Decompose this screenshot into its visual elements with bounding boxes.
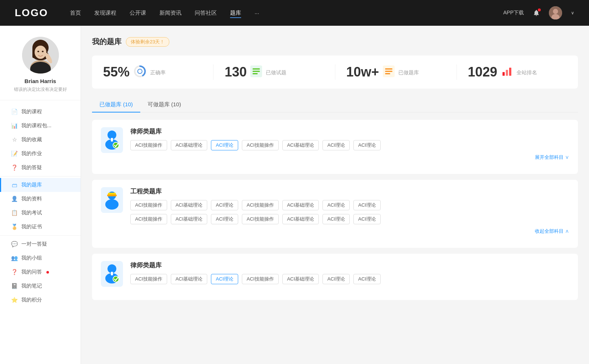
tab-done[interactable]: 已做题库 (10) xyxy=(92,97,140,113)
sidebar-item-tutor[interactable]: 💬 一对一答疑 xyxy=(0,237,81,251)
sidebar-item-group[interactable]: 👥 我的小组 xyxy=(0,251,81,265)
myqa-icon: ❓ xyxy=(11,269,18,275)
svg-rect-18 xyxy=(253,68,260,69)
sidebar-item-myqa[interactable]: ❓ 我的问答 xyxy=(0,265,81,279)
user-avatar[interactable] xyxy=(549,6,562,19)
done-banks-value: 10w+ xyxy=(346,64,379,80)
tag-2b-1[interactable]: ACI基础理论 xyxy=(171,214,208,224)
sidebar-item-label: 我的考试 xyxy=(21,210,42,216)
sidebar-item-label: 我的课程 xyxy=(21,108,42,115)
homework-icon: 📝 xyxy=(11,150,18,157)
tag-2-2[interactable]: ACI理论 xyxy=(211,200,238,210)
svg-rect-19 xyxy=(253,71,260,72)
svg-point-9 xyxy=(35,46,46,59)
sidebar-item-packages[interactable]: 📊 我的课程包... xyxy=(0,119,81,133)
svg-rect-30 xyxy=(111,138,113,142)
sidebar-item-points[interactable]: ⭐ 我的积分 xyxy=(0,293,81,307)
sidebar-item-label: 我的问答 xyxy=(21,269,42,275)
divider-2 xyxy=(0,235,81,236)
nav-opencourse[interactable]: 公开课 xyxy=(130,8,146,18)
sidebar-menu: 📄 我的课程 📊 我的课程包... ☆ 我的收藏 📝 我的作业 ❓ 我的答疑 � xyxy=(0,100,81,311)
tab-available[interactable]: 可做题库 (10) xyxy=(140,97,188,113)
package-icon: 📊 xyxy=(11,122,18,129)
tags-row-3: ACI技能操作 ACI基础理论 ACI理论 ACI技能操作 ACI基础理论 AC… xyxy=(130,274,569,284)
navbar-right: APP下载 ∨ xyxy=(503,6,574,19)
cert-icon: 🏅 xyxy=(11,224,18,230)
nav-more[interactable]: ··· xyxy=(254,8,259,18)
nav-home[interactable]: 首页 xyxy=(70,8,81,18)
tag-3-2[interactable]: ACI理论 xyxy=(211,274,238,284)
tabs: 已做题库 (10) 可做题库 (10) xyxy=(92,97,578,113)
tag-2b-5[interactable]: ACI理论 xyxy=(322,214,350,224)
bar-chart-icon xyxy=(501,65,513,79)
tag-2-5[interactable]: ACI理论 xyxy=(322,200,350,210)
sidebar-item-exam[interactable]: 📋 我的考试 xyxy=(0,206,81,220)
svg-point-1 xyxy=(553,9,558,14)
tag-3-3[interactable]: ACI技能操作 xyxy=(242,274,279,284)
sidebar-item-courses[interactable]: 📄 我的课程 xyxy=(0,105,81,119)
collapse-link-2[interactable]: 收起全部科目 ∧ xyxy=(130,228,569,235)
notification-bell[interactable] xyxy=(531,8,542,18)
tag-1-0[interactable]: ACI技能操作 xyxy=(130,140,167,150)
done-questions-label: 已做试题 xyxy=(266,69,286,76)
expand-link-1[interactable]: 展开全部科目 ∨ xyxy=(130,154,569,161)
tag-1-3[interactable]: ACI技能操作 xyxy=(242,140,279,150)
tag-3-4[interactable]: ACI基础理论 xyxy=(282,274,319,284)
tag-2-0[interactable]: ACI技能操作 xyxy=(130,200,167,210)
user-menu-chevron[interactable]: ∨ xyxy=(571,10,574,15)
stat-rank: 1029 全站排名 xyxy=(457,64,578,80)
svg-rect-23 xyxy=(385,71,392,72)
tag-1-1[interactable]: ACI基础理论 xyxy=(171,140,208,150)
done-questions-value: 130 xyxy=(225,64,247,80)
tag-3-1[interactable]: ACI基础理论 xyxy=(171,274,208,284)
svg-rect-24 xyxy=(385,73,390,74)
sidebar-item-notes[interactable]: 📓 我的笔记 xyxy=(0,279,81,293)
tag-1-5[interactable]: ACI理论 xyxy=(322,140,350,150)
tag-2b-4[interactable]: ACI基础理论 xyxy=(282,214,319,224)
tag-2-3[interactable]: ACI技能操作 xyxy=(242,200,279,210)
sidebar-item-cert[interactable]: 🏅 我的证书 xyxy=(0,220,81,234)
nav-qa[interactable]: 问答社区 xyxy=(195,8,217,18)
tag-2b-2[interactable]: ACI理论 xyxy=(211,214,238,224)
tag-2b-6[interactable]: ACI理论 xyxy=(353,214,381,224)
done-banks-label: 已做题库 xyxy=(398,69,419,76)
svg-rect-26 xyxy=(506,70,508,76)
svg-point-33 xyxy=(105,199,119,210)
sidebar-item-profile[interactable]: 👤 我的资料 xyxy=(0,192,81,206)
qbank-card-3: 律师类题库 ACI技能操作 ACI基础理论 ACI理论 ACI技能操作 ACI基… xyxy=(92,254,578,300)
notes-icon: 📓 xyxy=(11,283,18,289)
svg-point-31 xyxy=(113,142,119,148)
tag-1-2[interactable]: ACI理论 xyxy=(211,140,238,150)
sidebar-item-label: 我的积分 xyxy=(21,297,42,303)
app-download[interactable]: APP下载 xyxy=(503,10,524,16)
tag-2b-0[interactable]: ACI技能操作 xyxy=(130,214,167,224)
qbank-info-2: 工程类题库 ACI技能操作 ACI基础理论 ACI理论 ACI技能操作 ACI基… xyxy=(130,187,569,235)
svg-rect-25 xyxy=(502,72,505,76)
accuracy-icon xyxy=(133,65,147,79)
tag-1-4[interactable]: ACI基础理论 xyxy=(282,140,319,150)
nav-bank[interactable]: 题库 xyxy=(230,8,241,18)
main-layout: Brian Harris 错误的决定比没有决定要好 📄 我的课程 📊 我的课程包… xyxy=(0,26,589,364)
sidebar-item-bank[interactable]: 🗃 我的题库 xyxy=(0,178,81,192)
nav-discover[interactable]: 发现课程 xyxy=(94,8,116,18)
tag-2-6[interactable]: ACI理论 xyxy=(353,200,381,210)
qbank-header-2: 工程类题库 ACI技能操作 ACI基础理论 ACI理论 ACI技能操作 ACI基… xyxy=(101,187,569,235)
nav-news[interactable]: 新闻资讯 xyxy=(159,8,181,18)
tag-1-6[interactable]: ACI理论 xyxy=(353,140,381,150)
sidebar-item-homework[interactable]: 📝 我的作业 xyxy=(0,147,81,161)
sidebar-item-label: 我的题库 xyxy=(21,182,42,188)
bank-icon: 🗃 xyxy=(11,182,18,188)
tag-2b-3[interactable]: ACI技能操作 xyxy=(242,214,279,224)
tag-3-5[interactable]: ACI理论 xyxy=(322,274,350,284)
tag-2-4[interactable]: ACI基础理论 xyxy=(282,200,319,210)
qbank-info-3: 律师类题库 ACI技能操作 ACI基础理论 ACI理论 ACI技能操作 ACI基… xyxy=(130,261,569,284)
tags-row-1: ACI技能操作 ACI基础理论 ACI理论 ACI技能操作 ACI基础理论 AC… xyxy=(130,140,569,150)
sidebar-item-favorites[interactable]: ☆ 我的收藏 xyxy=(0,133,81,147)
tutor-icon: 💬 xyxy=(11,241,18,247)
sidebar-item-answers[interactable]: ❓ 我的答疑 xyxy=(0,161,81,175)
sidebar: Brian Harris 错误的决定比没有决定要好 📄 我的课程 📊 我的课程包… xyxy=(0,26,81,364)
qbank-info-1: 律师类题库 ACI技能操作 ACI基础理论 ACI理论 ACI技能操作 ACI基… xyxy=(130,127,569,161)
tag-3-6[interactable]: ACI理论 xyxy=(353,274,381,284)
tag-2-1[interactable]: ACI基础理论 xyxy=(171,200,208,210)
tag-3-0[interactable]: ACI技能操作 xyxy=(130,274,167,284)
